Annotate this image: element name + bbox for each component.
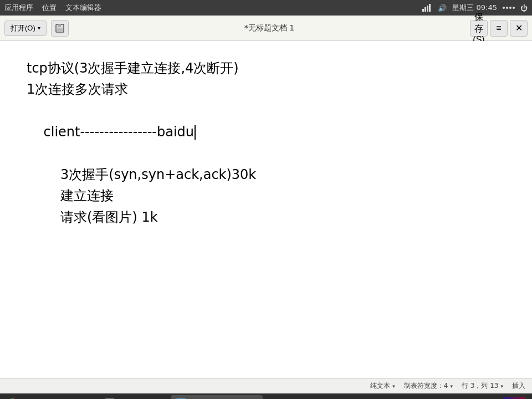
svg-rect-2 [427,6,428,12]
cursor-position-label: 行 3，列 13 [462,381,499,391]
save-icon-button[interactable] [51,20,69,37]
editor-line-5: 建立连接 [27,185,505,206]
editor-line-2: 1次连接多次请求 [27,79,505,100]
document-title: *无标题文档 1 [69,23,470,33]
window-controls: 保存(S) ≡ ✕ [470,20,528,37]
editor-line-4: 3次握手(syn,syn+ack,ack)30k [27,164,505,185]
taskbar-logo-area: 中 这内教 [494,397,530,399]
taskbar-item-gedit[interactable]: ✎ *无标题文档 1 – gedit [171,395,263,399]
open-button[interactable]: 打开(O) ▾ [4,21,47,36]
editor-line-6: 请求(看图片) 1k [27,207,505,228]
svg-rect-6 [57,28,63,31]
taskbar-item-chrome[interactable]: CASE Google Chrome [2,395,98,399]
taskbar-item-firefox[interactable]: 🦊 Mozilla Fi... [264,395,325,399]
text-cursor [195,125,196,140]
editor-line-3: client----------------baidu [27,100,505,164]
volume-icon: 🔊 [438,4,447,12]
svg-rect-3 [429,4,431,12]
power-icon: ⏻ [520,4,528,12]
cursor-position-arrow: ▾ [500,383,503,389]
tedu-logo: 这内教 [503,397,525,399]
save-button[interactable]: 保存(S) [470,20,488,37]
menu-button[interactable]: ≡ [490,20,508,37]
close-button[interactable]: ✕ [510,20,528,37]
insert-mode-indicator: 插入 [512,381,525,391]
menu-places[interactable]: 位置 [42,3,57,13]
text-type-label: 纯文本 [370,381,390,391]
text-type-arrow: ▾ [392,383,395,389]
connection-icon [503,7,515,9]
svg-rect-1 [424,7,426,12]
menu-apps[interactable]: 应用程序 [4,3,33,13]
menu-text-editor[interactable]: 文本编辑器 [65,3,101,13]
tab-width-arrow: ▾ [450,383,453,389]
text-type-selector[interactable]: 纯文本 ▾ [370,381,395,391]
editor-area[interactable]: tcp协议(3次握手建立连接,4次断开) 1次连接多次请求 client----… [0,41,532,378]
svg-rect-0 [422,9,424,12]
tab-width-label: 制表符宽度：4 [404,381,448,391]
insert-mode-label: 插入 [512,381,525,391]
editor-line-3-text: client----------------baidu [44,124,195,140]
cursor-position-selector[interactable]: 行 3，列 13 ▾ [462,381,503,391]
tab-width-selector[interactable]: 制表符宽度：4 ▾ [404,381,453,391]
status-bar: 纯文本 ▾ 制表符宽度：4 ▾ 行 3，列 13 ▾ 插入 [0,378,532,393]
network-status-icon [422,4,432,12]
top-menubar: 应用程序 位置 文本编辑器 🔊 星期三 09:45 ⏻ [0,0,532,16]
gedit-toolbar: 打开(O) ▾ *无标题文档 1 保存(S) ≡ ✕ [0,16,532,41]
editor-line-1: tcp协议(3次握手建立连接,4次断开) [27,58,505,79]
svg-rect-5 [58,24,61,27]
open-dropdown-arrow: ▾ [38,25,40,31]
taskbar: CASE Google Chrome >_ root@client:~ ✎ *无… [0,393,532,399]
taskbar-item-terminal[interactable]: >_ root@client:~ [99,395,170,399]
open-label: 打开(O) [11,23,35,33]
